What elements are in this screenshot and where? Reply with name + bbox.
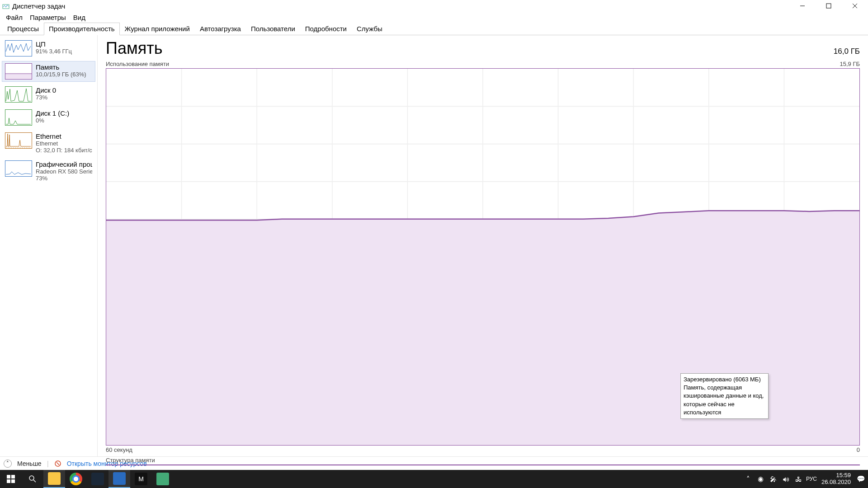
sidebar-disk0-title: Диск 0 — [36, 86, 92, 94]
sidebar-memory-sub: 10,0/15,9 ГБ (63%) — [36, 71, 92, 78]
menu-view[interactable]: Вид — [70, 12, 89, 23]
tooltip-body: Память, содержащая кэшированные данные и… — [684, 384, 765, 417]
page-title: Память — [106, 39, 162, 58]
tray-lang[interactable]: РУС — [806, 476, 817, 482]
structure-label: Структура памяти — [106, 457, 860, 464]
tab-services[interactable]: Службы — [352, 23, 387, 35]
sidebar-ethernet-sub2: О: 32,0 П: 184 кбит/с — [36, 147, 92, 154]
sidebar-item-disk1[interactable]: Диск 1 (C:)0% — [2, 107, 95, 128]
sidebar-item-ethernet[interactable]: EthernetEthernetО: 32,0 П: 184 кбит/с — [2, 130, 95, 156]
chart-x-left: 60 секунд — [106, 446, 132, 453]
sidebar-disk1-title: Диск 1 (C:) — [36, 109, 92, 117]
chevron-up-icon[interactable]: ˄ — [4, 460, 12, 468]
disk0-thumb-icon — [5, 86, 32, 103]
sidebar-cpu-title: ЦП — [36, 40, 92, 48]
chart-ymax: 15,9 ГБ — [840, 61, 860, 67]
taskbar-time: 15:59 — [821, 472, 851, 479]
tray-volume-icon[interactable]: 🔊︎ — [781, 475, 792, 483]
tab-users[interactable]: Пользователи — [246, 23, 300, 35]
taskbar-clock[interactable]: 15:59 26.08.2020 — [819, 472, 854, 486]
taskbar-app-other1[interactable]: M — [130, 470, 152, 488]
tab-strip: Процессы Производительность Журнал прило… — [0, 23, 868, 35]
menu-options[interactable]: Параметры — [26, 12, 70, 23]
tray-discord-icon[interactable]: ◉ — [755, 475, 766, 483]
tray-network-icon[interactable]: 🖧 — [793, 475, 804, 483]
taskbar-app-taskmgr[interactable] — [108, 470, 130, 488]
sidebar-item-memory[interactable]: Память10,0/15,9 ГБ (63%) — [2, 61, 95, 82]
sidebar-item-gpu[interactable]: Графический процессорRadeon RX 580 Serie… — [2, 158, 95, 184]
resmon-icon — [54, 460, 61, 467]
tab-details[interactable]: Подробности — [300, 23, 352, 35]
tray-mic-icon[interactable]: 🎤︎ — [768, 475, 779, 483]
sidebar-gpu-sub1: Radeon RX 580 Series — [36, 168, 92, 175]
sidebar-ethernet-sub1: Ethernet — [36, 140, 92, 147]
svg-rect-26 — [7, 475, 10, 479]
memory-tooltip: Зарезервировано (6063 МБ) Память, содерж… — [680, 373, 769, 419]
taskbar: M ˄ ◉ 🎤︎ 🔊︎ 🖧 РУС 15:59 26.08.2020 💬 — [0, 470, 868, 488]
fewer-details-button[interactable]: Меньше — [17, 460, 42, 467]
window-controls — [789, 0, 868, 12]
svg-rect-2 — [826, 4, 831, 8]
sidebar-memory-title: Память — [36, 63, 92, 71]
sidebar-disk0-sub: 73% — [36, 94, 92, 101]
svg-rect-5 — [5, 74, 32, 79]
close-button[interactable] — [842, 0, 868, 12]
app-icon — [2, 2, 9, 9]
title-bar: Диспетчер задач — [0, 0, 868, 12]
tray-chevron-icon[interactable]: ˄ — [743, 475, 754, 483]
sidebar-disk1-sub: 0% — [36, 117, 92, 124]
tab-startup[interactable]: Автозагрузка — [195, 23, 246, 35]
chart-x-right: 0 — [857, 446, 860, 453]
ethernet-thumb-icon — [5, 132, 32, 149]
memory-total: 16,0 ГБ — [834, 47, 860, 56]
sidebar-gpu-title: Графический процессор — [36, 160, 92, 168]
sidebar-item-cpu[interactable]: ЦП91% 3,46 ГГц — [2, 38, 95, 59]
sidebar-cpu-sub: 91% 3,46 ГГц — [36, 48, 92, 55]
tab-performance[interactable]: Производительность — [44, 23, 120, 35]
taskbar-app-explorer[interactable] — [43, 470, 65, 488]
sidebar-gpu-sub2: 73% — [36, 175, 92, 182]
tab-app-history[interactable]: Журнал приложений — [120, 23, 195, 35]
taskbar-date: 26.08.2020 — [821, 479, 851, 486]
open-resource-monitor-link[interactable]: Открыть монитор ресурсов — [67, 460, 147, 467]
memory-structure-bar[interactable] — [106, 465, 860, 465]
svg-rect-28 — [7, 479, 10, 483]
tab-processes[interactable]: Процессы — [2, 23, 44, 35]
tray-notifications-icon[interactable]: 💬 — [855, 475, 866, 483]
search-button[interactable] — [22, 470, 43, 488]
svg-point-30 — [29, 476, 34, 480]
svg-rect-27 — [11, 475, 15, 479]
menu-bar: Файл Параметры Вид — [0, 12, 868, 23]
disk1-thumb-icon — [5, 109, 32, 126]
taskbar-app-other2[interactable] — [152, 470, 174, 488]
taskbar-app-steam[interactable] — [87, 470, 108, 488]
svg-rect-29 — [11, 479, 15, 483]
separator: | — [47, 460, 49, 468]
title-bar-left: Диспетчер задач — [2, 2, 65, 10]
sidebar-ethernet-title: Ethernet — [36, 132, 92, 140]
tooltip-title: Зарезервировано (6063 МБ) — [684, 375, 765, 384]
memory-thumb-icon — [5, 63, 32, 80]
start-button[interactable] — [0, 470, 22, 488]
gpu-thumb-icon — [5, 160, 32, 177]
maximize-button[interactable] — [816, 0, 842, 12]
svg-line-31 — [33, 480, 36, 482]
taskbar-app-chrome[interactable] — [65, 470, 87, 488]
minimize-button[interactable] — [789, 0, 816, 12]
performance-sidebar: ЦП91% 3,46 ГГц Память10,0/15,9 ГБ (63%) … — [0, 35, 98, 456]
chart-title: Использование памяти — [106, 61, 169, 67]
sidebar-item-disk0[interactable]: Диск 073% — [2, 84, 95, 105]
menu-file[interactable]: Файл — [2, 12, 26, 23]
window-title: Диспетчер задач — [12, 2, 65, 10]
cpu-thumb-icon — [5, 40, 32, 56]
